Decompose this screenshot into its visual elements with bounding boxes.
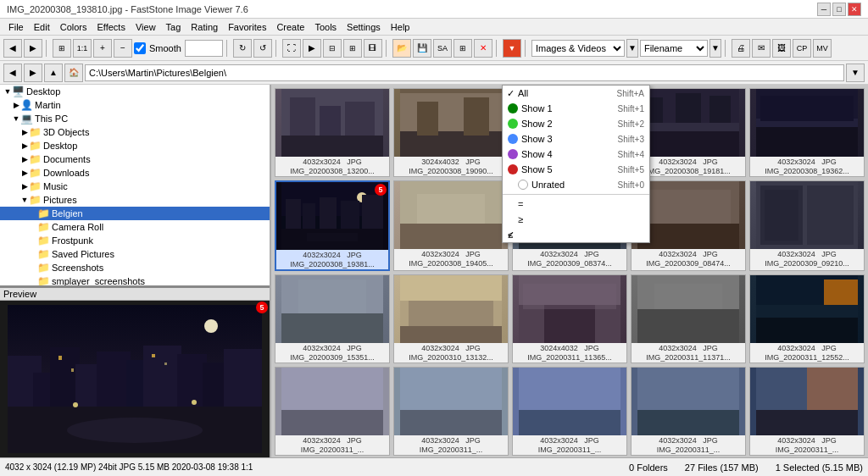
email-button[interactable]: ✉ xyxy=(752,39,771,58)
rotate-cw-button[interactable]: ↻ xyxy=(233,39,252,58)
smooth-checkbox[interactable] xyxy=(134,42,146,54)
thumbnail-item-selected[interactable]: 5 4032x3024 JPG IMG_20200308_19381... xyxy=(275,180,390,271)
thumbnail-item[interactable]: 4032x3024 JPG IMG_20200311_11371... xyxy=(631,274,746,363)
filter-show3[interactable]: Show 3 Shift+3 xyxy=(503,131,649,147)
filter-equal[interactable]: = xyxy=(503,196,649,212)
thumbnail-item[interactable]: 4032x3024 JPG IMG_20200309_09210... xyxy=(749,180,865,271)
print-button[interactable]: 🖨 xyxy=(732,39,750,58)
menu-tools[interactable]: Tools xyxy=(309,20,342,34)
expand-icon[interactable]: ▼ xyxy=(3,87,12,96)
compare-button[interactable]: ⊟ xyxy=(323,39,342,58)
thumbnail-item[interactable]: 3024x4032 JPG IMG_20200308_19090... xyxy=(393,88,509,177)
menu-colors[interactable]: Colors xyxy=(55,20,92,34)
close-button[interactable]: ✕ xyxy=(848,3,861,16)
tree-item-documents[interactable]: ▶ 📁 Documents xyxy=(0,152,270,166)
filter-unrated[interactable]: Unrated Shift+0 xyxy=(503,177,649,192)
expand-icon[interactable]: ▶ xyxy=(20,182,29,191)
address-bar[interactable]: C:\Users\Martin\Pictures\Belgien\ xyxy=(85,64,844,81)
filter-toggle-button[interactable]: ▼ xyxy=(503,39,521,58)
thumbnail-item[interactable]: 4032x3024 JPG IMG_20200311_12552... xyxy=(749,274,865,363)
minimize-button[interactable]: ─ xyxy=(817,3,831,16)
expand-icon[interactable]: ▶ xyxy=(20,141,29,150)
menu-file[interactable]: File xyxy=(3,20,29,34)
menu-settings[interactable]: Settings xyxy=(342,20,386,34)
filter-dropdown-btn[interactable]: ▼ xyxy=(626,39,638,58)
thumbnail-grid[interactable]: 4032x3024 JPG IMG_20200308_13200... 3024… xyxy=(271,85,868,457)
filter-show2[interactable]: Show 2 Shift+2 xyxy=(503,116,649,131)
zoom-out-button[interactable]: − xyxy=(114,39,132,58)
tree-item-downloads[interactable]: ▶ 📁 Downloads xyxy=(0,166,270,180)
tree-item-screenshots[interactable]: 📁 Screenshots xyxy=(0,261,270,274)
sort-dropdown-btn[interactable]: ▼ xyxy=(709,39,721,58)
menu-help[interactable]: Help xyxy=(386,20,415,34)
expand-icon[interactable]: ▶ xyxy=(20,128,29,136)
tree-item-thispc[interactable]: ▼ 💻 This PC xyxy=(0,112,270,125)
tree-item-3dobjects[interactable]: ▶ 📁 3D Objects xyxy=(0,125,270,139)
menu-view[interactable]: View xyxy=(131,20,161,34)
nav-up-button[interactable]: ▲ xyxy=(44,64,63,82)
sort-select[interactable]: Filename xyxy=(640,40,708,57)
thumbnail-item[interactable]: 4032x3024 JPG IMG_20200308_19405... xyxy=(393,180,509,271)
expand-icon[interactable]: ▶ xyxy=(12,101,20,109)
zoom-in-button[interactable]: + xyxy=(93,39,112,58)
filter-gte[interactable]: ≥ xyxy=(503,212,649,227)
menu-create[interactable]: Create xyxy=(271,20,309,34)
thumbnail-item[interactable]: 4032x3024 JPG IMG_20200308_19362... xyxy=(749,88,865,177)
zoom-input[interactable]: 7% xyxy=(185,40,223,57)
expand-icon[interactable]: ▼ xyxy=(20,196,29,204)
tree-item-cameraroll[interactable]: 📁 Camera Roll xyxy=(0,220,270,234)
filter-show5[interactable]: Show 5 Shift+5 xyxy=(503,162,649,177)
filter-type-select[interactable]: Images & Videos xyxy=(531,40,625,57)
thumb-button[interactable]: ⊞ xyxy=(343,39,362,58)
tree-item-desktop2[interactable]: ▶ 📁 Desktop xyxy=(0,139,270,152)
rotate-ccw-button[interactable]: ↺ xyxy=(253,39,272,58)
filter-show4[interactable]: Show 4 Shift+4 xyxy=(503,147,649,162)
thumbnail-item[interactable]: 4032x3024 JPG IMG_20200309_15351... xyxy=(275,274,390,363)
zoom-fit-button[interactable]: ⊞ xyxy=(53,39,71,58)
thumbnail-item[interactable]: 4032x3024 JPG IMG_20200311_... xyxy=(512,367,627,456)
fullscreen-button[interactable]: ⛶ xyxy=(282,39,301,58)
film-button[interactable]: 🎞 xyxy=(364,39,382,58)
save-button[interactable]: 💾 xyxy=(413,39,431,58)
path-go-button[interactable]: ▼ xyxy=(846,64,865,82)
thumbnail-item[interactable]: 4032x3024 JPG IMG_20200308_13200... xyxy=(275,88,390,177)
menu-rating[interactable]: Rating xyxy=(186,20,223,34)
menu-edit[interactable]: Edit xyxy=(29,20,55,34)
batch-button[interactable]: ⊞ xyxy=(453,39,472,58)
menu-tag[interactable]: Tag xyxy=(161,20,186,34)
thumbnail-item[interactable]: 4032x3024 JPG IMG_20200311_... xyxy=(275,367,390,456)
tree-item-martin[interactable]: ▶ 👤 Martin xyxy=(0,98,270,112)
delete-button[interactable]: ✕ xyxy=(474,39,492,58)
filter-lte[interactable]: ✓ ≤ xyxy=(503,227,649,242)
filter-show1[interactable]: Show 1 Shift+1 xyxy=(503,101,649,116)
thumbnail-item[interactable]: 4032x3024 JPG IMG_20200311_... xyxy=(749,367,865,456)
nav-forward-button[interactable]: ▶ xyxy=(24,64,42,82)
tree-item-desktop[interactable]: ▼ 🖥️ Desktop xyxy=(0,85,270,98)
slideshow-button[interactable]: ▶ xyxy=(303,39,321,58)
copy-to-button[interactable]: CP xyxy=(793,39,811,58)
tree-item-smplayer[interactable]: 📁 smplayer_screenshots xyxy=(0,274,270,288)
zoom-actual-button[interactable]: 1:1 xyxy=(73,39,92,58)
menu-effects[interactable]: Effects xyxy=(92,20,131,34)
expand-icon[interactable]: ▶ xyxy=(20,169,29,177)
nav-home-button[interactable]: 🏠 xyxy=(64,64,83,82)
thumbnail-item[interactable]: 4032x3024 JPG IMG_20200311_... xyxy=(631,367,746,456)
expand-icon[interactable]: ▶ xyxy=(20,155,29,163)
filter-dropdown-menu[interactable]: All Shift+A Show 1 Shift+1 Show 2 Shift+ xyxy=(502,85,650,243)
tree-item-belgien[interactable]: 📁 Belgien xyxy=(0,207,270,220)
filter-all[interactable]: All Shift+A xyxy=(503,86,649,101)
tree-item-frostpunk[interactable]: 📁 Frostpunk xyxy=(0,234,270,247)
thumbnail-item[interactable]: 4032x3024 JPG IMG_20200311_... xyxy=(393,367,509,456)
tree-item-music[interactable]: ▶ 📁 Music xyxy=(0,180,270,193)
save-as-button[interactable]: SA xyxy=(433,39,452,58)
open-button[interactable]: 📂 xyxy=(392,39,411,58)
thumbnail-item[interactable]: 3024x4032 JPG IMG_20200311_11365... xyxy=(512,274,627,363)
tree-item-pictures[interactable]: ▼ 📁 Pictures xyxy=(0,193,270,207)
wallpaper-button[interactable]: 🖼 xyxy=(772,39,791,58)
maximize-button[interactable]: □ xyxy=(832,3,846,16)
folder-tree[interactable]: ▼ 🖥️ Desktop ▶ 👤 Martin ▼ 💻 This PC ▶ 📁 xyxy=(0,85,270,288)
nav-back-button[interactable]: ◀ xyxy=(3,64,22,82)
move-to-button[interactable]: MV xyxy=(813,39,832,58)
tree-item-savedpictures[interactable]: 📁 Saved Pictures xyxy=(0,247,270,261)
menu-favorites[interactable]: Favorites xyxy=(223,20,271,34)
